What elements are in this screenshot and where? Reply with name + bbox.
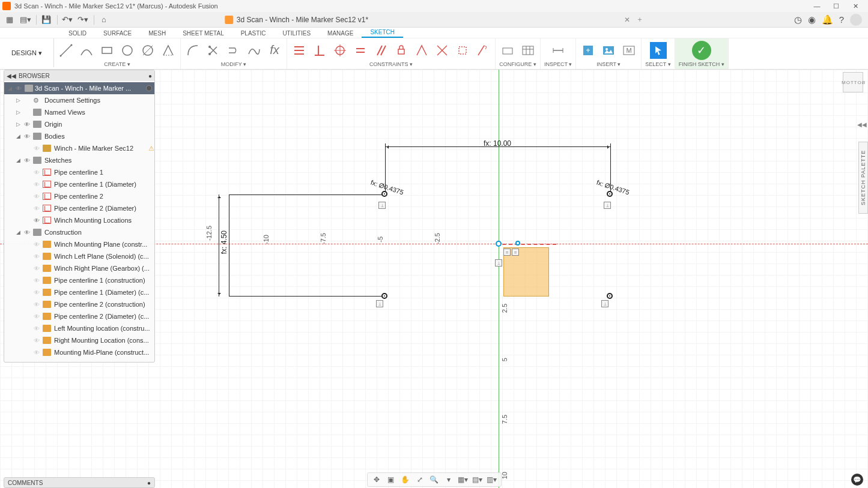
zoom-button[interactable]: ⤢ [414, 474, 425, 485]
comments-options-button[interactable]: ● [147, 480, 151, 486]
offset-tool[interactable] [246, 42, 263, 59]
tree-item[interactable]: 👁Mounting Mid-Plane (construct... [4, 346, 154, 358]
circle-tool[interactable] [119, 42, 136, 59]
tree-item[interactable]: 👁Winch - Mile Marker Sec12⚠ [4, 142, 154, 154]
configure-label[interactable]: CONFIGURE ▾ [499, 61, 536, 68]
horizontal-constraint[interactable] [291, 42, 308, 59]
arc-tool[interactable] [78, 42, 95, 59]
grid-settings-button[interactable]: ▦▾ [458, 474, 469, 485]
display-settings-button[interactable]: ▾ [443, 474, 454, 485]
parallel-constraint[interactable] [372, 42, 389, 59]
dim-top-label[interactable]: fx: 10.00 [484, 139, 511, 148]
tab-sheet-metal[interactable]: SHEET METAL [174, 29, 232, 38]
comments-bar[interactable]: COMMENTS ● [4, 477, 155, 488]
geom-bot-line[interactable] [229, 296, 385, 297]
tree-item[interactable]: ▷Named Views [4, 106, 154, 118]
job-status-button[interactable]: ◉ [808, 14, 816, 25]
midpoint-constraint[interactable] [434, 42, 451, 59]
tangent-constraint[interactable] [475, 42, 491, 59]
tab-manage[interactable]: MANAGE [319, 29, 362, 38]
pan-button[interactable]: ✋ [400, 474, 411, 485]
data-panel-button[interactable]: ▦ [2, 14, 17, 26]
tree-item[interactable]: 👁Pipe centerline 2 (construction) [4, 298, 154, 310]
canvas[interactable]: fx: 10.00 fx: 4.50 -12.5 ⟂ ⟂ ⟂ ⟂ fx: Ø0.… [0, 70, 868, 488]
coincident-constraint[interactable] [332, 42, 348, 59]
palette-collapse-button[interactable]: ◀◀ [857, 121, 867, 128]
measure-tool[interactable] [550, 42, 566, 59]
workspace-switcher[interactable]: DESIGN ▾ [0, 38, 54, 67]
viewport-button[interactable]: ▤▾ [472, 474, 483, 485]
profile-avatar[interactable] [850, 14, 862, 26]
configure-tool-2[interactable] [520, 42, 536, 59]
browser-collapse-icon[interactable]: ◀◀ [7, 73, 16, 79]
select-tool[interactable] [650, 42, 667, 59]
help-button[interactable]: ? [839, 14, 844, 25]
finish-label[interactable]: FINISH SKETCH ▾ [679, 61, 724, 68]
feedback-button[interactable]: 💬 [851, 474, 863, 486]
tree-item[interactable]: ▷⚙Document Settings [4, 94, 154, 106]
tree-item[interactable]: 👁Pipe centerline 2 (Diameter) (c... [4, 310, 154, 322]
constraint-glyph[interactable]: ⟂ [376, 300, 383, 307]
tree-item[interactable]: 👁Winch Right Plane (Gearbox) (... [4, 262, 154, 274]
tab-sketch[interactable]: SKETCH [362, 28, 403, 38]
insert-mcmaster-tool[interactable]: M [621, 42, 637, 59]
tree-root[interactable]: ◢👁 3d Scan - Winch - Mile Marker ... [4, 82, 154, 94]
new-tab-button[interactable]: ＋ [636, 14, 643, 25]
trim-tool[interactable] [205, 42, 222, 59]
close-tab-button[interactable]: ✕ [624, 16, 630, 24]
multiple-views-button[interactable]: ▥▾ [487, 474, 497, 485]
tree-item[interactable]: 👁Left Mounting location (constru... [4, 322, 154, 334]
create-label[interactable]: CREATE ▾ [104, 61, 130, 68]
fit-button[interactable]: 🔍 [429, 474, 440, 485]
constraint-glyph[interactable]: = [503, 249, 511, 256]
redo-button[interactable]: ↷▾ [76, 14, 90, 26]
polygon-tool[interactable] [160, 42, 177, 59]
tree-item[interactable]: 👁Pipe centerline 2 [4, 190, 154, 202]
tree-item[interactable]: 👁Pipe centerline 1 (Diameter) (c... [4, 286, 154, 298]
tree-item[interactable]: ◢👁Sketches [4, 154, 154, 166]
document-tab[interactable]: 3d Scan - Winch - Mile Marker Sec12 v1* … [225, 14, 643, 25]
tree-item[interactable]: 👁Pipe centerline 1 (construction) [4, 274, 154, 286]
extensions-button[interactable]: ◷ [794, 14, 802, 25]
insert-derive-tool[interactable]: + [580, 42, 596, 59]
modify-label[interactable]: MODIFY ▾ [221, 61, 246, 68]
file-menu-button[interactable]: ▤▾ [18, 14, 32, 26]
rectangle-tool[interactable] [99, 42, 115, 59]
geom-top-line[interactable] [229, 194, 385, 195]
perpendicular-constraint[interactable] [413, 42, 430, 59]
tab-utilities[interactable]: UTILITIES [274, 29, 319, 38]
browser-header[interactable]: ◀◀ BROWSER ● [4, 70, 154, 81]
home-button[interactable]: ⌂ [97, 14, 111, 26]
configure-tool-1[interactable] [499, 42, 516, 59]
dim-left-label[interactable]: fx: 4.50 [220, 230, 228, 254]
hole-bot-left[interactable] [381, 293, 387, 299]
browser-options-button[interactable]: ● [148, 73, 152, 79]
hole-bot-right[interactable] [607, 293, 613, 299]
tab-mesh[interactable]: MESH [140, 29, 174, 38]
tree-item[interactable]: 👁Winch Mounting Locations [4, 214, 154, 226]
fillet-tool[interactable] [184, 42, 201, 59]
inspect-label[interactable]: INSPECT ▾ [544, 61, 572, 68]
tree-item[interactable]: 👁Winch Left Plane (Solenoid) (c... [4, 250, 154, 262]
constraint-glyph[interactable]: ⟂ [601, 300, 609, 307]
fix-constraint[interactable] [393, 42, 410, 59]
symmetry-constraint[interactable] [454, 42, 471, 59]
vertical-constraint[interactable] [311, 42, 328, 59]
save-button[interactable]: 💾 [39, 14, 53, 26]
orbit-button[interactable]: ✥ [371, 474, 382, 485]
ellipse-tool[interactable] [139, 42, 156, 59]
constraint-glyph[interactable]: ⟂ [495, 259, 502, 267]
minimize-button[interactable]: — [812, 2, 822, 10]
view-cube[interactable]: BOTTOM [843, 72, 863, 92]
origin-point[interactable] [496, 241, 502, 247]
equal-constraint[interactable] [352, 42, 369, 59]
undo-button[interactable]: ↶▾ [60, 14, 74, 26]
constraint-glyph[interactable]: = [512, 249, 519, 256]
maximize-button[interactable]: ☐ [831, 2, 842, 10]
notifications-button[interactable]: 🔔 [822, 14, 833, 25]
tree-item[interactable]: 👁Right Mounting Location (cons... [4, 334, 154, 346]
constraint-glyph[interactable]: ⟂ [378, 202, 386, 209]
tab-surface[interactable]: SURFACE [95, 29, 140, 38]
parameters-tool[interactable]: fx [266, 42, 283, 59]
tree-item[interactable]: 👁Pipe centerline 1 (Diameter) [4, 178, 154, 190]
